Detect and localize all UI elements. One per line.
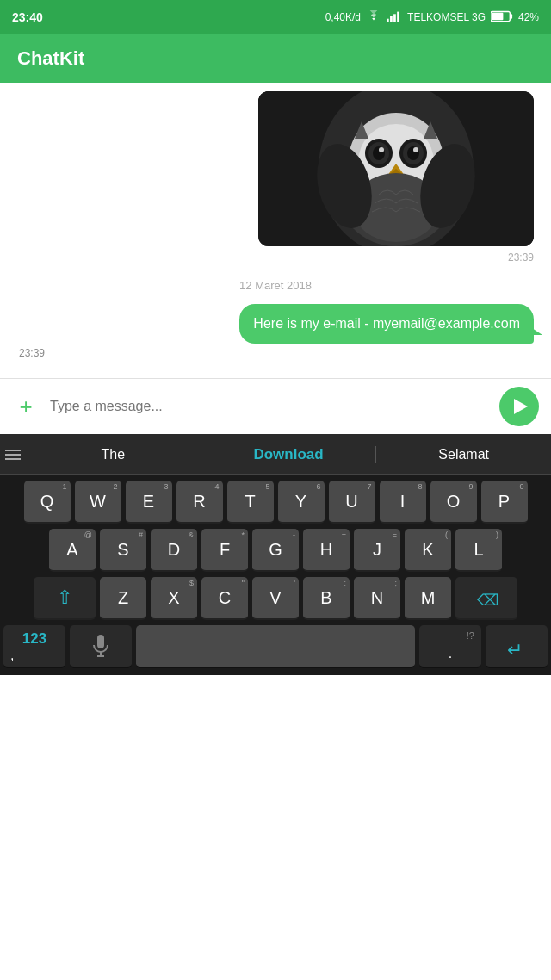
svg-rect-6 [492,12,503,19]
key-l[interactable]: )L [455,529,502,572]
key-main-b: B [320,589,331,606]
key-rows: 1Q2W3E4R5T6Y7U8I9O0P @A#S&D*F-G+H=J(K)L … [0,475,551,620]
input-bar: + [0,379,551,434]
key-main-h: H [320,541,332,558]
keyboard: The Download Selamat 1Q2W3E4R5T6Y7U8I9O0… [0,434,551,675]
key-sub-k: ( [445,531,448,539]
key-s[interactable]: #S [100,529,146,572]
key-q[interactable]: 1Q [24,481,71,524]
carrier-name: TELKOMSEL 3G [407,11,486,23]
key-sub-j: = [393,531,397,539]
suggestion-menu-icon[interactable] [0,450,26,460]
key-main-d: D [168,541,180,558]
key-123-label: 123 [22,630,46,648]
key-main-v: V [269,589,281,606]
key-y[interactable]: 6Y [278,481,325,524]
key-a[interactable]: @A [49,529,96,572]
key-dot: . [449,646,452,661]
key-r[interactable]: 4R [176,481,223,524]
key-main-g: G [269,541,282,558]
key-sub-f: * [241,531,245,539]
svg-rect-3 [397,11,399,22]
key-m[interactable]: M [405,577,451,620]
svg-point-18 [379,147,384,152]
signal-icon [387,10,402,25]
key-sub-n: ; [394,580,397,587]
suggestion-selamat[interactable]: Selamat [376,446,551,463]
key-n[interactable]: ;N [354,577,400,620]
key-u[interactable]: 7U [329,481,375,524]
shift-icon [57,586,72,609]
plus-button[interactable]: + [12,394,40,420]
date-separator: 12 Maret 2018 [0,264,551,304]
key-d[interactable]: &D [151,529,197,572]
key-backspace[interactable] [455,577,517,620]
key-main-z: Z [118,589,128,606]
sent-bubble: Here is my e-mail - myemail@example.com [239,304,534,344]
battery-percent: 42% [518,11,539,23]
key-p[interactable]: 0P [481,481,528,524]
key-sub-s: # [139,531,143,539]
key-sub-p: 0 [519,483,523,491]
backspace-icon [477,591,496,605]
suggestion-download[interactable]: Download [201,446,377,463]
key-main-s: S [117,541,128,558]
key-sub-a: @ [84,531,92,539]
image-message-container [0,83,551,250]
key-i[interactable]: 8I [380,481,426,524]
key-mic[interactable] [70,625,132,668]
message-row-sent: Here is my e-mail - myemail@example.com [0,304,551,344]
send-button[interactable] [499,387,539,426]
suggestion-the[interactable]: The [26,446,201,463]
key-main-r: R [193,493,205,510]
key-e[interactable]: 3E [126,481,172,524]
image-time: 23:39 [0,250,551,264]
app-title: ChatKit [17,47,84,70]
key-123[interactable]: 123 , [3,625,65,668]
app-bar: ChatKit [0,34,551,83]
key-t[interactable]: 5T [227,481,274,524]
key-main-o: O [447,493,461,510]
key-sub-d: & [189,531,194,539]
message-input[interactable] [50,399,489,414]
key-punct[interactable]: !? . [419,625,481,668]
network-speed: 0,40K/d [325,11,361,23]
menu-lines [5,450,21,460]
key-k[interactable]: (K [405,529,451,572]
key-main-p: P [498,493,510,510]
key-j[interactable]: =J [354,529,400,572]
key-b[interactable]: :B [303,577,350,620]
mic-icon [92,635,109,657]
key-sub-t: 5 [265,483,269,491]
battery-icon [491,10,513,25]
key-sub-c: " [242,580,245,587]
key-space[interactable] [136,625,415,668]
key-main-y: Y [295,493,306,510]
key-f[interactable]: *F [201,529,248,572]
menu-line-1 [5,450,21,451]
svg-rect-2 [393,14,396,22]
key-main-c: C [219,589,231,606]
key-main-t: T [245,493,255,510]
key-v[interactable]: 'V [252,577,299,620]
key-z[interactable]: Z [100,577,146,620]
key-c[interactable]: "C [201,577,248,620]
key-main-l: L [474,541,483,558]
key-sub-g: - [293,531,295,539]
key-enter[interactable] [486,625,548,668]
key-x[interactable]: $X [151,577,197,620]
key-o[interactable]: 9O [430,481,477,524]
key-main-k: K [422,541,433,558]
svg-rect-0 [387,18,389,22]
key-h[interactable]: +H [303,529,350,572]
key-g[interactable]: -G [252,529,299,572]
key-shift[interactable] [34,577,96,620]
svg-rect-1 [390,16,393,22]
key-row-2: @A#S&D*F-G+H=J(K)L [3,529,548,572]
key-main-a: A [66,541,77,558]
image-bubble[interactable] [258,91,534,246]
status-right: 0,40K/d TELKOMSEL 3G 42% [325,10,539,25]
key-comma: , [10,648,14,663]
key-w[interactable]: 2W [75,481,121,524]
key-sub-u: 7 [367,483,371,491]
